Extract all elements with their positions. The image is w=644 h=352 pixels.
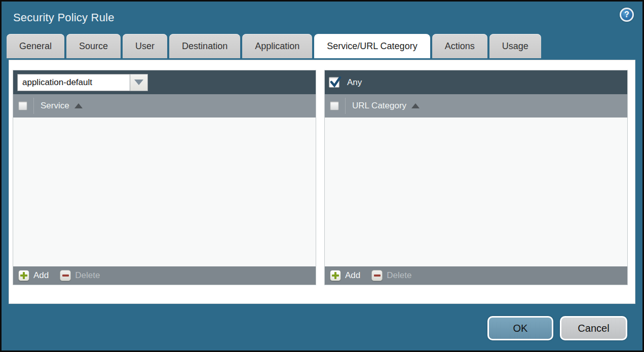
tab-user-label: User	[135, 41, 155, 52]
url-category-panel: Any URL Category Add Delete	[324, 70, 628, 285]
sort-asc-icon[interactable]	[411, 103, 420, 108]
url-category-toolbar: Any	[325, 70, 627, 94]
service-list	[13, 118, 316, 266]
tab-source[interactable]: Source	[66, 34, 121, 58]
tab-service-url-category[interactable]: Service/URL Category	[314, 34, 430, 58]
plus-icon	[330, 270, 341, 281]
checkmark-icon	[329, 76, 342, 88]
service-panel: Service Add Delete	[13, 70, 316, 285]
service-toolbar	[13, 70, 316, 94]
tab-usage-label: Usage	[502, 41, 528, 52]
url-category-footer: Add Delete	[325, 266, 627, 285]
tab-usage[interactable]: Usage	[489, 34, 541, 58]
tab-bar: General Source User Destination Applicat…	[2, 33, 642, 58]
tab-general[interactable]: General	[7, 34, 64, 58]
tab-content: Service Add Delete	[9, 60, 635, 304]
cancel-button[interactable]: Cancel	[560, 316, 627, 340]
tab-actions[interactable]: Actions	[432, 34, 487, 58]
tab-application-label: Application	[255, 41, 299, 52]
url-category-add-button[interactable]: Add	[330, 270, 360, 281]
minus-icon	[60, 270, 71, 281]
url-category-select-all-checkbox[interactable]	[330, 101, 339, 110]
service-add-button[interactable]: Add	[18, 270, 49, 281]
tab-user[interactable]: User	[123, 34, 167, 58]
service-type-combobox	[17, 74, 148, 91]
dialog-title: Security Policy Rule	[13, 11, 115, 24]
sort-asc-icon[interactable]	[74, 103, 83, 108]
service-type-dropdown-button[interactable]	[130, 74, 148, 91]
url-category-add-label: Add	[345, 270, 360, 281]
service-select-all-checkbox[interactable]	[18, 101, 27, 110]
tab-application[interactable]: Application	[242, 34, 312, 58]
dialog-action-buttons: OK Cancel	[487, 316, 627, 340]
url-category-list	[325, 118, 627, 266]
tab-destination-label: Destination	[182, 41, 228, 52]
title-bar: Security Policy Rule ?	[2, 2, 642, 33]
chevron-down-icon	[134, 80, 143, 85]
tab-source-label: Source	[79, 41, 108, 52]
service-delete-label: Delete	[75, 270, 100, 281]
help-icon[interactable]: ?	[620, 8, 634, 22]
service-delete-button[interactable]: Delete	[60, 270, 100, 281]
service-type-input[interactable]	[17, 74, 130, 91]
column-separator	[345, 98, 346, 114]
minus-icon	[371, 270, 383, 281]
tab-destination[interactable]: Destination	[169, 34, 240, 58]
tab-actions-label: Actions	[445, 41, 475, 52]
service-column-label[interactable]: Service	[41, 101, 69, 111]
security-policy-rule-dialog: Security Policy Rule ? General Source Us…	[0, 0, 644, 352]
service-add-label: Add	[33, 270, 49, 281]
url-category-delete-button[interactable]: Delete	[371, 270, 411, 281]
any-label: Any	[347, 77, 362, 88]
any-checkbox[interactable]	[329, 77, 339, 88]
url-category-delete-label: Delete	[387, 270, 411, 281]
tab-service-url-category-label: Service/URL Category	[327, 41, 417, 52]
ok-button[interactable]: OK	[487, 316, 553, 340]
url-category-column-header-row: URL Category	[325, 94, 627, 118]
service-footer: Add Delete	[13, 266, 316, 285]
url-category-column-label[interactable]: URL Category	[352, 101, 406, 111]
service-column-header-row: Service	[13, 94, 316, 118]
help-icon-glyph: ?	[624, 10, 629, 19]
tab-general-label: General	[19, 41, 52, 52]
plus-icon	[18, 270, 29, 281]
column-separator	[33, 98, 34, 114]
